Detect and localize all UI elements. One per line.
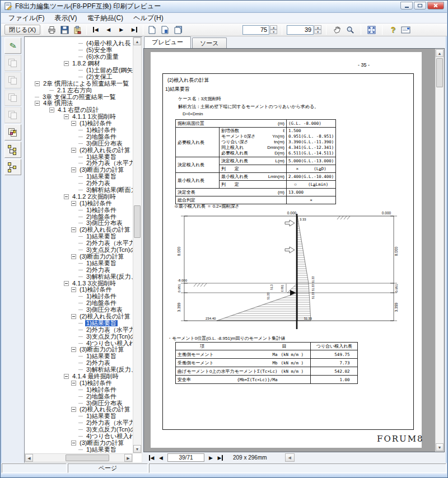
hand-icon[interactable] (331, 24, 344, 35)
zoom-up-icon[interactable]: ▲ (270, 25, 277, 30)
tree-item[interactable]: 3)支点反力(Tcn)の計算 (25, 333, 133, 340)
facing-pages-icon[interactable] (158, 24, 171, 35)
tree-item[interactable]: (2)根入れ長の計算 (25, 147, 133, 153)
tree-view-icon[interactable] (4, 142, 21, 158)
tree-item[interactable]: 3)解析結果(反力、断面力 (25, 367, 133, 373)
tree-item[interactable]: 1)結果要旨 (25, 446, 133, 453)
collapse-icon[interactable] (71, 254, 76, 259)
tree-item[interactable]: 1)結果要旨 (25, 260, 133, 266)
fit-window-icon[interactable] (365, 24, 378, 35)
preview-vscrollbar[interactable]: ▲ ▼ (435, 49, 444, 452)
help-icon[interactable]: ? (386, 24, 399, 35)
tree-hscrollbar[interactable]: ◀ ▶ (25, 453, 133, 462)
collapse-icon[interactable] (71, 314, 76, 319)
tree-item[interactable]: (3)断面力の計算 (25, 346, 133, 353)
next-page-icon[interactable]: ▶ (115, 24, 128, 35)
page-input[interactable] (287, 25, 314, 35)
tree-item[interactable]: 1)結果要旨 (25, 320, 133, 326)
maximize-button[interactable] (414, 2, 426, 10)
tree-item[interactable]: 2)外力表（水平力、モーメ (25, 326, 133, 333)
menu-view[interactable]: 表示(V) (49, 13, 82, 24)
tree-item[interactable]: 4.1.1 1次掘削時 (25, 114, 133, 120)
tree-item[interactable]: 3)側圧分布表 (25, 140, 133, 147)
edit-pencil-icon[interactable]: ✎ (4, 38, 21, 54)
collapse-icon[interactable] (71, 167, 76, 172)
export-icon[interactable] (71, 24, 84, 35)
tree-item[interactable]: (2)根入れ長の計算 (25, 406, 133, 413)
preview-scroll-up-icon[interactable]: ▲ (436, 49, 444, 57)
tree-item[interactable]: (1)土留め壁(鋼矢板) (25, 67, 133, 74)
zoom-down-icon[interactable]: ▼ (270, 30, 277, 34)
tree-item[interactable]: 1)検討条件 (25, 386, 133, 393)
about-icon[interactable] (399, 24, 412, 35)
collapse-icon[interactable] (71, 148, 76, 153)
zoom-input[interactable] (242, 25, 269, 35)
goto-next-page-icon[interactable]: ▶ (206, 453, 216, 462)
tree-item[interactable]: (4)最小根入れ長 (25, 40, 133, 47)
tree-item[interactable]: (2)根入れ長の計算 (25, 313, 133, 320)
collapse-icon[interactable] (71, 121, 76, 126)
tree-item[interactable]: 4.1.4 最終掘削時 (25, 373, 133, 380)
collapse-icon[interactable] (64, 281, 69, 286)
tree-scroll-up-icon[interactable]: ▲ (133, 38, 141, 45)
tree-scroll-right-icon[interactable]: ▶ (124, 454, 132, 462)
preview-hscroll-left-button[interactable]: ◀ (285, 453, 295, 462)
tree-item[interactable]: 2)外力表（水平力、モーメ (25, 420, 133, 427)
tree-item[interactable]: (1)検討条件 (25, 287, 133, 293)
tree-item[interactable]: (3)断面力の計算 (25, 167, 133, 174)
tree-item[interactable]: 2)外力表 (25, 360, 133, 367)
tree-item[interactable]: 1)検討条件 (25, 127, 133, 134)
goto-first-page-icon[interactable]: ◀ (147, 453, 156, 462)
tree-list-icon[interactable] (4, 159, 21, 175)
close-button[interactable] (427, 2, 444, 10)
collapse-icon[interactable] (71, 201, 76, 206)
collapse-icon[interactable] (71, 227, 76, 232)
page-down-icon[interactable]: ▼ (314, 30, 321, 34)
collapse-icon[interactable] (35, 81, 40, 86)
tree-scroll-down-icon[interactable]: ▼ (133, 445, 141, 453)
collapse-icon[interactable] (71, 347, 76, 352)
tree-item[interactable]: (3)断面力の計算 (25, 439, 133, 446)
tree-item[interactable]: 2)外力表 (25, 266, 133, 273)
tree-item[interactable]: 1)検討条件 (25, 207, 133, 213)
collapse-icon[interactable] (64, 61, 69, 66)
tree-item[interactable]: 2)地盤条件 (25, 213, 133, 220)
page-up-icon[interactable]: ▲ (314, 25, 321, 30)
tree-item[interactable]: 1)結果要旨 (25, 174, 133, 180)
tree-item[interactable]: 1)結果要旨 (25, 353, 133, 360)
tree-item[interactable]: 2.1 左右方向 (25, 87, 133, 93)
collapse-icon[interactable] (64, 194, 69, 199)
tree-item[interactable]: 1)検討条件 (25, 293, 133, 300)
preview-scroll-down-icon[interactable]: ▼ (436, 443, 444, 451)
tree-item[interactable]: 2)地盤条件 (25, 300, 133, 307)
tree-item[interactable]: 2)外力表（水平力、モーメ (25, 160, 133, 167)
menu-delivery[interactable]: 電子納品(C) (82, 13, 128, 24)
minimize-button[interactable] (400, 2, 413, 10)
single-page-icon[interactable] (146, 24, 158, 35)
tree-item[interactable]: 2)地盤条件 (25, 133, 133, 140)
collapse-icon[interactable] (71, 407, 76, 412)
goto-prev-page-icon[interactable]: ◀ (156, 453, 166, 462)
tree-item[interactable]: (2)根入れ長の計算 (25, 227, 133, 233)
tree-item[interactable]: 4.1.3 3次掘削時 (25, 280, 133, 287)
tree-item[interactable]: (6)水の重量 (25, 54, 133, 60)
collapse-icon[interactable] (71, 381, 76, 386)
tree-item[interactable]: (1)検討条件 (25, 379, 133, 386)
tree-item[interactable]: 1)結果要旨 (25, 153, 133, 160)
tree-item[interactable]: 3)解析結果(反力、断面力 (25, 273, 133, 280)
tree-item[interactable]: (1)検討条件 (25, 200, 133, 207)
tree-item[interactable]: 4章 慣用法 (25, 100, 133, 107)
tree-item[interactable]: 3)解析結果(断面力、変位 (25, 187, 133, 194)
collapse-icon[interactable] (64, 114, 69, 119)
collapse-icon[interactable] (35, 101, 40, 106)
continuous-pages-icon[interactable] (171, 24, 184, 35)
tree-item[interactable]: 3)支点反力(Tcn)の計算 (25, 247, 133, 254)
close-preview-button[interactable]: 閉じる(X) (4, 25, 40, 35)
printer-icon[interactable] (45, 24, 58, 35)
goto-last-page-icon[interactable]: ▶ (216, 453, 225, 462)
tree-item[interactable]: 1.8.2 鋼材 (25, 60, 133, 67)
tree-item[interactable]: (3)断面力の計算 (25, 254, 133, 260)
tree-item[interactable]: 3)側圧分布表 (25, 220, 133, 227)
last-page-icon[interactable]: ▶ (128, 24, 141, 35)
tree-item[interactable]: 3章 支保工の照査結果一覧 (25, 93, 133, 100)
